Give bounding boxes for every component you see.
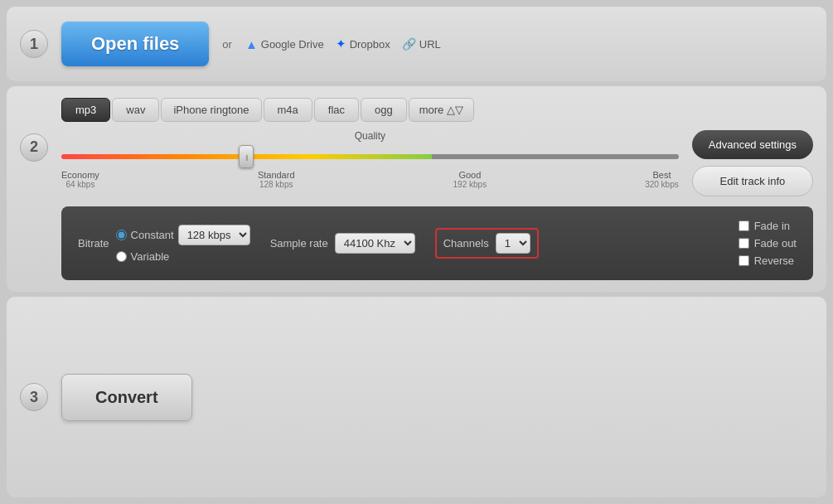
tab-iphone-ringtone[interactable]: iPhone ringtone	[161, 98, 261, 122]
bitrate-group: Bitrate Constant 128 kbps 64 kbps 192 kb…	[78, 225, 250, 263]
slider-track	[61, 154, 679, 159]
fade-in-checkbox[interactable]	[739, 220, 749, 231]
bitrate-select[interactable]: 128 kbps 64 kbps 192 kbps 320 kbps	[178, 225, 250, 245]
tab-ogg[interactable]: ogg	[361, 98, 407, 122]
advanced-settings-button[interactable]: Advanced settings	[692, 130, 813, 159]
best-kbps: 320 kbps	[645, 180, 679, 189]
economy-label: Economy	[61, 170, 99, 180]
edit-track-button[interactable]: Edit track info	[692, 166, 813, 196]
format-content: mp3 wav iPhone ringtone m4a flac ogg mor…	[61, 98, 813, 196]
format-tabs: mp3 wav iPhone ringtone m4a flac ogg mor…	[61, 98, 813, 122]
section-2: 2 mp3 wav iPhone ringtone m4a flac ogg m…	[7, 86, 826, 292]
more-label: more	[419, 104, 444, 116]
slider-thumb[interactable]	[239, 145, 254, 168]
reverse-label: Reverse	[754, 254, 794, 267]
variable-radio-item[interactable]: Variable	[116, 250, 250, 263]
open-files-button[interactable]: Open files	[61, 22, 209, 66]
fade-out-item[interactable]: Fade out	[739, 237, 797, 250]
step-number-2: 2	[20, 133, 48, 162]
section-3: 3 Convert	[7, 297, 826, 497]
channels-select[interactable]: 1 2	[496, 233, 530, 254]
tab-m4a[interactable]: m4a	[264, 98, 312, 122]
quality-label: Quality	[355, 130, 385, 142]
channels-group: Channels 1 2	[435, 228, 539, 259]
reverse-checkbox[interactable]	[739, 255, 749, 266]
dropbox-link[interactable]: ✦ Dropbox	[336, 36, 390, 51]
standard-kbps: 128 kbps	[259, 180, 293, 189]
tab-mp3[interactable]: mp3	[61, 98, 110, 122]
tab-flac[interactable]: flac	[314, 98, 359, 122]
url-label: URL	[419, 38, 441, 51]
variable-label: Variable	[131, 250, 170, 263]
checkboxes-group: Fade in Fade out Reverse	[739, 220, 797, 267]
tab-wav[interactable]: wav	[112, 98, 159, 122]
dropbox-label: Dropbox	[350, 38, 390, 51]
more-chevron-icon: △▽	[447, 104, 463, 116]
economy-kbps: 64 kbps	[65, 180, 94, 189]
fade-out-checkbox[interactable]	[739, 238, 749, 249]
quality-labels: Economy 64 kbps Standard 128 kbps Good 1…	[61, 170, 679, 189]
url-link[interactable]: 🔗 URL	[402, 37, 441, 51]
section-1: 1 Open files or ▲ Google Drive ✦ Dropbox…	[7, 7, 826, 81]
quality-section: Quality Economy 64 kbps Standard	[61, 130, 813, 196]
google-drive-icon: ▲	[245, 37, 258, 51]
fade-out-label: Fade out	[754, 237, 797, 250]
convert-button[interactable]: Convert	[61, 374, 192, 421]
variable-radio[interactable]	[116, 251, 127, 262]
step-number-1: 1	[20, 30, 48, 58]
url-icon: 🔗	[402, 37, 416, 51]
standard-label: Standard	[258, 170, 295, 180]
step-number-3: 3	[20, 383, 48, 411]
quality-slider-area: Quality Economy 64 kbps Standard	[61, 130, 679, 189]
good-kbps: 192 kbps	[453, 180, 487, 189]
settings-buttons: Advanced settings Edit track info	[692, 130, 813, 196]
quality-standard: Standard 128 kbps	[258, 170, 295, 189]
dropbox-icon: ✦	[336, 36, 346, 51]
bitrate-radio-group: Constant 128 kbps 64 kbps 192 kbps 320 k…	[116, 225, 250, 263]
bitrate-label: Bitrate	[78, 237, 109, 250]
quality-economy: Economy 64 kbps	[61, 170, 99, 189]
constant-radio[interactable]	[116, 230, 127, 240]
more-dropdown[interactable]: more △▽	[409, 98, 475, 122]
reverse-item[interactable]: Reverse	[739, 254, 797, 267]
constant-label: Constant	[131, 229, 174, 241]
google-drive-label: Google Drive	[261, 38, 324, 51]
slider-container[interactable]	[61, 148, 679, 165]
fade-in-item[interactable]: Fade in	[739, 220, 797, 232]
fade-in-label: Fade in	[754, 220, 790, 232]
google-drive-link[interactable]: ▲ Google Drive	[245, 37, 324, 51]
quality-best: Best 320 kbps	[645, 170, 679, 189]
sample-rate-group: Sample rate 44100 Khz 22050 Khz 48000 Kh…	[270, 233, 415, 254]
quality-good: Good 192 kbps	[453, 170, 487, 189]
cloud-links: ▲ Google Drive ✦ Dropbox 🔗 URL	[245, 36, 441, 51]
or-text: or	[222, 38, 232, 51]
advanced-row: Bitrate Constant 128 kbps 64 kbps 192 kb…	[78, 220, 797, 267]
best-label: Best	[652, 170, 671, 180]
advanced-panel: Bitrate Constant 128 kbps 64 kbps 192 kb…	[61, 206, 813, 280]
channels-label: Channels	[443, 237, 489, 250]
good-label: Good	[458, 170, 481, 180]
sample-rate-select[interactable]: 44100 Khz 22050 Khz 48000 Khz	[335, 233, 415, 254]
constant-radio-item[interactable]: Constant 128 kbps 64 kbps 192 kbps 320 k…	[116, 225, 250, 245]
sample-rate-label: Sample rate	[270, 237, 328, 250]
